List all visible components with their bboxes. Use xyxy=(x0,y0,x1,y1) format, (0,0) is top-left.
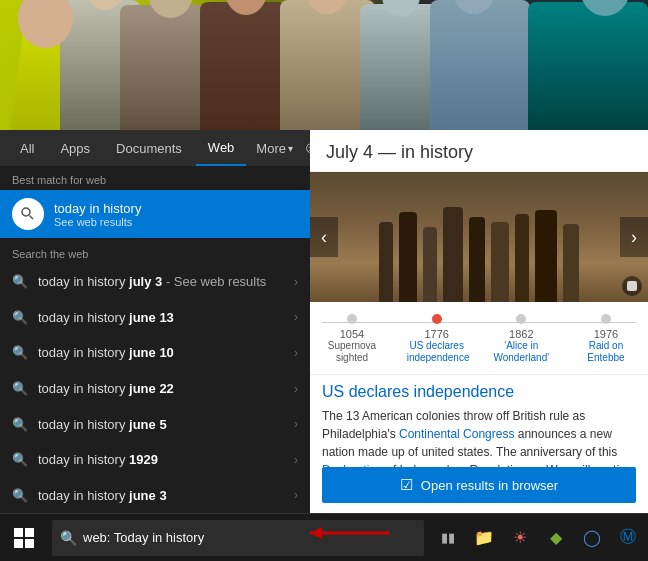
windows-logo xyxy=(14,528,34,548)
best-match-text: today in history See web results xyxy=(54,201,298,228)
timeline-year-1776: 1776 xyxy=(424,328,448,340)
windows-logo-q1 xyxy=(14,528,23,537)
nav-tabs: All Apps Documents Web More ▾ ☺ ⋯ xyxy=(0,130,310,166)
windows-logo-q3 xyxy=(14,539,23,548)
search-icon-6: 🔍 xyxy=(12,452,28,467)
arrow-icon-4: › xyxy=(294,382,298,396)
tab-web[interactable]: Web xyxy=(196,130,247,166)
chrome-icon[interactable]: ◯ xyxy=(576,522,608,554)
suggestion-text-2: today in history june 13 xyxy=(38,310,294,325)
suggestion-text-7: today in history june 3 xyxy=(38,488,294,503)
firefox-icon[interactable]: ☀ xyxy=(504,522,536,554)
taskbar: 🔍 web: Today in history ▮▮ 📁 ☀ ◆ ◯ Ⓜ xyxy=(0,513,648,561)
task-view-icon[interactable]: ▮▮ xyxy=(432,522,464,554)
timeline-year-1976: 1976 xyxy=(594,328,618,340)
search-icon-4: 🔍 xyxy=(12,381,28,396)
edge-taskbar-icon[interactable]: Ⓜ xyxy=(612,522,644,554)
carousel-indicator[interactable] xyxy=(622,276,642,296)
timeline-label-1976: Raid on Entebbe xyxy=(576,340,636,364)
article-title[interactable]: US declares independence xyxy=(322,383,636,401)
slack-icon[interactable]: ◆ xyxy=(540,522,572,554)
suggestion-item-7[interactable]: 🔍 today in history june 3 › xyxy=(0,477,310,513)
arrow-icon-7: › xyxy=(294,488,298,502)
timeline-item-1776[interactable]: 1776 US declares independence xyxy=(407,314,467,364)
windows-start-button[interactable] xyxy=(0,514,48,562)
best-match-sub: See web results xyxy=(54,216,298,228)
tab-more[interactable]: More ▾ xyxy=(248,130,301,166)
tab-apps[interactable]: Apps xyxy=(48,130,102,166)
suggestion-item-6[interactable]: 🔍 today in history 1929 › xyxy=(0,442,310,478)
arrow-icon-1: › xyxy=(294,275,298,289)
timeline-dot-1776 xyxy=(432,314,442,324)
timeline-dot-1976 xyxy=(601,314,611,324)
best-match-title: today in history xyxy=(54,201,298,216)
right-title: July 4 — in history xyxy=(310,130,648,172)
windows-logo-q4 xyxy=(25,539,34,548)
taskbar-right-icons: ▮▮ 📁 ☀ ◆ ◯ Ⓜ xyxy=(428,522,648,554)
timeline-year-1054: 1054 xyxy=(340,328,364,340)
search-icon-2: 🔍 xyxy=(12,310,28,325)
search-overlay: All Apps Documents Web More ▾ ☺ ⋯ Best m… xyxy=(0,130,648,513)
arrow-icon-2: › xyxy=(294,310,298,324)
best-match-item[interactable]: today in history See web results xyxy=(0,190,310,238)
best-match-label: Best match for web xyxy=(0,166,310,190)
suggestion-text-4: today in history june 22 xyxy=(38,381,294,396)
svg-point-0 xyxy=(22,208,30,216)
taskbar-search-area[interactable]: 🔍 web: Today in history xyxy=(52,520,424,556)
search-icon-5: 🔍 xyxy=(12,417,28,432)
open-results-label: Open results in browser xyxy=(421,478,558,493)
edge-icon: ☑ xyxy=(400,476,413,494)
open-results-browser-button[interactable]: ☑ Open results in browser xyxy=(322,467,636,503)
timeline-label-1776: US declares independence xyxy=(407,340,467,364)
timeline-dot-1862 xyxy=(516,314,526,324)
carousel-prev-btn[interactable]: ‹ xyxy=(310,217,338,257)
svg-line-1 xyxy=(30,216,34,220)
search-circle-icon xyxy=(12,198,44,230)
right-panel: July 4 — in history ‹ › xyxy=(310,130,648,513)
tab-documents[interactable]: Documents xyxy=(104,130,194,166)
suggestion-item-2[interactable]: 🔍 today in history june 13 › xyxy=(0,300,310,336)
search-icon-3: 🔍 xyxy=(12,345,28,360)
search-icon-1: 🔍 xyxy=(12,274,28,289)
timeline-item-1976[interactable]: 1976 Raid on Entebbe xyxy=(576,314,636,364)
history-painting: ‹ › xyxy=(310,172,648,302)
timeline-dot-1054 xyxy=(347,314,357,324)
search-web-label: Search the web xyxy=(0,240,310,264)
suggestion-text-3: today in history june 10 xyxy=(38,345,294,360)
painting-figures-group xyxy=(340,192,618,302)
arrow-icon-5: › xyxy=(294,417,298,431)
timeline-year-1862: 1862 xyxy=(509,328,533,340)
suggestion-item-3[interactable]: 🔍 today in history june 10 › xyxy=(0,335,310,371)
carousel-next-btn[interactable]: › xyxy=(620,217,648,257)
suggestion-item-1[interactable]: 🔍 today in history july 3 - See web resu… xyxy=(0,264,310,300)
search-icon-7: 🔍 xyxy=(12,488,28,503)
taskbar-search-icon: 🔍 xyxy=(60,530,77,546)
windows-logo-q2 xyxy=(25,528,34,537)
arrow-icon-6: › xyxy=(294,453,298,467)
suggestion-text-6: today in history 1929 xyxy=(38,452,294,467)
suggestion-item-5[interactable]: 🔍 today in history june 5 › xyxy=(0,406,310,442)
timeline-item-1054[interactable]: 1054 Supernova sighted xyxy=(322,314,382,364)
suggestion-item-4[interactable]: 🔍 today in history june 22 › xyxy=(0,371,310,407)
article-content: US declares independence The 13 American… xyxy=(310,375,648,513)
timeline-area: 1054 Supernova sighted 1776 US declares … xyxy=(310,302,648,375)
carousel-indicator-dot xyxy=(627,281,637,291)
timeline-label-1862: 'Alice in Wonderland' xyxy=(491,340,551,364)
timeline-track: 1054 Supernova sighted 1776 US declares … xyxy=(322,314,636,364)
timeline-item-1862[interactable]: 1862 'Alice in Wonderland' xyxy=(491,314,551,364)
timeline-items: 1054 Supernova sighted 1776 US declares … xyxy=(322,314,636,364)
taskbar-search-text: web: Today in history xyxy=(83,530,416,545)
continental-congress-link[interactable]: Continental Congress xyxy=(399,427,514,441)
arrow-icon-3: › xyxy=(294,346,298,360)
suggestion-text-1: today in history july 3 - See web result… xyxy=(38,274,294,289)
suggestion-text-5: today in history june 5 xyxy=(38,417,294,432)
left-panel: All Apps Documents Web More ▾ ☺ ⋯ Best m… xyxy=(0,130,310,513)
tab-all[interactable]: All xyxy=(8,130,46,166)
timeline-label-1054: Supernova sighted xyxy=(322,340,382,364)
file-explorer-icon[interactable]: 📁 xyxy=(468,522,500,554)
